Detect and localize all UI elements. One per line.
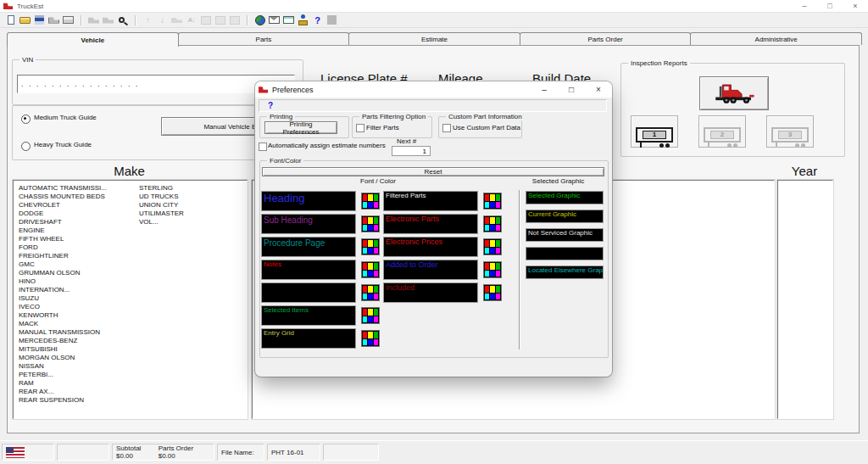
color-palette-button[interactable] <box>361 238 380 255</box>
tab-parts[interactable]: Parts <box>178 32 350 45</box>
new-document-icon[interactable] <box>3 14 18 26</box>
trailer-number: 1 <box>643 131 666 139</box>
make-item[interactable]: PETERBI... <box>19 371 107 379</box>
make-item[interactable]: FIFTH WHEEL <box>19 235 107 243</box>
font-color-row: Filtered Parts <box>383 191 502 211</box>
dialog-close-button[interactable]: × <box>585 81 612 98</box>
make-item[interactable]: HINO <box>19 277 107 286</box>
make-item[interactable]: MORGAN OLSON <box>19 354 107 362</box>
make-item[interactable]: GRUMMAN OLSON <box>19 269 107 277</box>
save-icon[interactable] <box>32 14 47 26</box>
reset-button[interactable]: Reset <box>262 167 604 176</box>
dialog-maximize-button[interactable]: □ <box>558 81 585 98</box>
make-item[interactable]: REAR SUSPENSION <box>19 396 107 405</box>
make-item[interactable]: STERLING <box>139 184 184 193</box>
tab-administrative[interactable]: Administrative <box>690 32 862 45</box>
trailer-3-inspection-button[interactable]: 3 <box>766 115 814 148</box>
color-palette-button[interactable] <box>361 330 380 347</box>
make-item[interactable]: CHASSIS MOUNTED BEDS <box>19 193 107 201</box>
printing-preferences-button[interactable]: Printing Preferences <box>264 121 337 134</box>
file-name-label-cell: File Name: <box>217 444 264 461</box>
next-number-label: Next # <box>397 137 416 145</box>
blank-icon[interactable] <box>325 14 339 26</box>
color-palette-button[interactable] <box>483 284 502 301</box>
tab-vehicle[interactable]: Vehicle <box>7 32 179 47</box>
year-list[interactable] <box>777 180 833 419</box>
make-item[interactable]: ISUZU <box>19 294 107 303</box>
make-item[interactable]: KENWORTH <box>19 311 107 320</box>
font-color-row: Heading <box>261 191 380 211</box>
make-item[interactable]: INTERNATION... <box>19 286 107 294</box>
tab-estimate[interactable]: Estimate <box>348 32 520 45</box>
selected-graphic-column: Selected GraphicCurrent GraphicNot Servi… <box>526 191 604 284</box>
make-item[interactable]: VOL... <box>139 218 184 226</box>
color-palette-button[interactable] <box>483 261 502 278</box>
make-item[interactable]: UD TRUCKS <box>139 193 184 201</box>
make-item[interactable]: MACK <box>19 320 107 328</box>
make-item[interactable]: UTILIMASTER <box>139 210 184 218</box>
move-up-icon <box>141 14 155 26</box>
make-item[interactable]: DODGE <box>19 210 107 218</box>
print-icon[interactable] <box>61 14 75 26</box>
make-item[interactable]: UNION CITY <box>139 201 184 210</box>
auto-assign-estimate-label: Automatically assign estimate numbers <box>268 142 386 149</box>
make-item[interactable]: MERCEDES-BENZ <box>19 337 107 345</box>
tractor-inspection-button[interactable] <box>699 76 769 110</box>
make-item[interactable]: MITSUBISHI <box>19 345 107 354</box>
trailer-icon: 1 <box>636 127 673 143</box>
close-button[interactable]: × <box>843 0 868 12</box>
make-item[interactable]: MANUAL TRANSMISSION <box>19 328 107 337</box>
sort-icon <box>184 14 198 26</box>
color-palette-button[interactable] <box>483 193 502 210</box>
make-item[interactable]: CHEVROLET <box>19 201 107 210</box>
color-palette-button[interactable] <box>361 284 380 301</box>
truck-print-icon[interactable] <box>47 14 61 26</box>
make-item[interactable]: GMC <box>19 260 107 269</box>
make-item[interactable]: REAR AX... <box>19 388 107 396</box>
email-icon[interactable] <box>267 14 281 26</box>
use-custom-part-data-checkbox[interactable] <box>442 124 451 132</box>
vin-input[interactable] <box>17 75 295 93</box>
font-color-row: Not Serviced Graphic <box>526 228 604 242</box>
tab-parts-order[interactable]: Parts Order <box>520 32 692 45</box>
make-item[interactable]: AUTOMATIC TRANSMISSI... <box>19 184 107 193</box>
minimize-button[interactable]: – <box>792 0 817 12</box>
font-color-row: Current Graphic <box>526 210 604 223</box>
color-palette-button[interactable] <box>483 238 502 255</box>
zoom-icon[interactable] <box>115 14 130 26</box>
web-icon[interactable] <box>253 14 267 26</box>
make-item[interactable]: FREIGHTLINER <box>19 252 107 260</box>
make-item[interactable]: DRIVESHAFT <box>19 218 107 226</box>
color-palette-button[interactable] <box>361 215 380 232</box>
maximize-button[interactable]: □ <box>817 0 843 12</box>
font-sample-box: Included <box>383 282 478 303</box>
make-item[interactable]: FORD <box>19 243 107 252</box>
font-color-row: Electronic Prices <box>383 237 502 257</box>
open-file-icon[interactable] <box>18 14 32 26</box>
color-palette-button[interactable] <box>483 215 502 232</box>
heavy-truck-guide-radio[interactable] <box>21 142 31 151</box>
filter-parts-checkbox[interactable] <box>356 124 364 132</box>
medium-truck-guide-radio[interactable] <box>21 115 31 124</box>
auto-assign-estimate-checkbox[interactable] <box>259 143 267 151</box>
color-palette-button[interactable] <box>361 307 380 324</box>
customer-icon[interactable] <box>296 14 310 26</box>
custom-part-group-label: Custom Part Information <box>446 113 525 120</box>
help-icon[interactable]: ? <box>268 101 273 110</box>
make-item[interactable]: RAM <box>19 379 107 388</box>
make-item[interactable]: ENGINE <box>19 226 107 235</box>
make-item[interactable]: IVECO <box>19 303 107 311</box>
next-number-input[interactable] <box>392 146 431 156</box>
trailer-1-inspection-button[interactable]: 1 <box>631 115 678 148</box>
trailer-2-inspection-button[interactable]: 2 <box>698 115 746 148</box>
make-item[interactable]: NISSAN <box>19 362 107 371</box>
preferences-truck-icon <box>259 87 268 93</box>
status-empty-cell-1 <box>57 444 109 461</box>
color-palette-button[interactable] <box>361 261 380 278</box>
card-file-icon[interactable] <box>281 14 296 26</box>
color-palette-button[interactable] <box>361 193 380 210</box>
make-list[interactable]: AUTOMATIC TRANSMISSI...CHASSIS MOUNTED B… <box>13 180 248 419</box>
application-window: TruckEst – □ × VehiclePartsEstimateParts… <box>0 0 868 464</box>
help-icon[interactable] <box>310 14 325 26</box>
dialog-minimize-button[interactable]: – <box>531 81 558 98</box>
